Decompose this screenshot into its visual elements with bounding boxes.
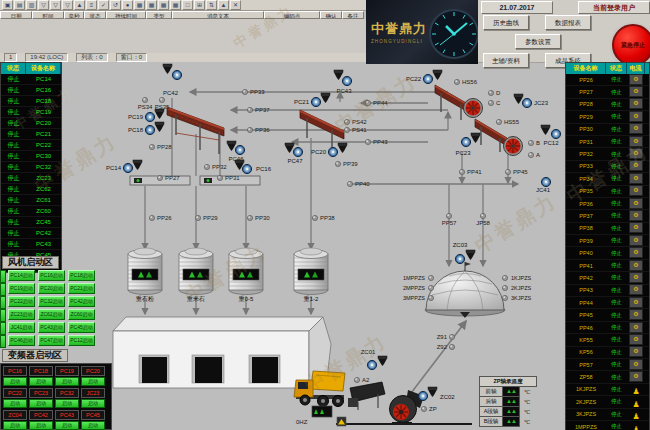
toolbar-icon[interactable]: ▦	[158, 0, 169, 10]
fan-start-button[interactable]: PC47启动	[38, 335, 65, 346]
alarm-column-header[interactable]: 持续时间	[106, 11, 146, 19]
equipment-PC21[interactable]: PC21	[294, 93, 330, 107]
vibrating-feeder[interactable]	[348, 382, 385, 410]
fan-start-button[interactable]: ZC62启动	[38, 309, 65, 320]
toolbar-icon[interactable]: ✓	[98, 0, 109, 10]
equipment-PC18[interactable]: PC18	[128, 122, 164, 135]
device-row[interactable]: 停止 ZC45	[1, 217, 61, 228]
device-row[interactable]: 停止 ZC60	[1, 206, 61, 217]
device-row[interactable]: 停止 PC21	[1, 129, 61, 140]
silo-1[interactable]: 重石粉	[128, 248, 162, 303]
alarm-column-header[interactable]: 确认	[320, 11, 342, 19]
crusher-fan[interactable]	[504, 137, 523, 156]
alarm-column-header[interactable]: 时间	[32, 11, 64, 19]
fan-start-button[interactable]: ZC23启动	[8, 309, 35, 320]
start-button-clipped[interactable]	[0, 335, 6, 348]
start-button-clipped[interactable]	[0, 322, 6, 335]
fan-start-button[interactable]: PC16启动	[38, 270, 65, 281]
equipment-PC16[interactable]: PC16	[235, 160, 272, 174]
vfd-start-button[interactable]: 启动	[29, 421, 53, 430]
dome-stockpile[interactable]	[425, 262, 505, 318]
device-row[interactable]: 停止 ZC61	[1, 195, 61, 206]
conveyor-2[interactable]	[300, 110, 344, 152]
vfd-start-button[interactable]: 启动	[81, 399, 105, 409]
equipment-PC12[interactable]: PC12	[541, 125, 561, 146]
vfd-start-button[interactable]: 启动	[55, 377, 79, 387]
parameter-settings-button[interactable]: 参数设置	[515, 34, 561, 49]
fan-start-button[interactable]: PC46启动	[8, 335, 35, 346]
vfd-start-button[interactable]: 启动	[55, 399, 79, 409]
fan-start-button[interactable]: JC41启动	[8, 322, 35, 333]
fan-start-button[interactable]: PC32启动	[38, 296, 65, 307]
device-row[interactable]: 停止 ZC23	[1, 173, 61, 184]
data-report-button[interactable]: 数据报表	[545, 15, 591, 30]
device-row[interactable]: 停止 PC19	[1, 107, 61, 118]
fan-start-button[interactable]: PC14启动	[8, 270, 35, 281]
equipment-PC43[interactable]: PC43	[334, 70, 352, 94]
equipment-PC42[interactable]: PC42	[163, 64, 182, 96]
device-row[interactable]: 停止 PC43	[1, 239, 61, 250]
toolbar-icon[interactable]: ≡	[86, 0, 97, 10]
alarm-column-header[interactable]: 日期	[0, 11, 32, 19]
device-row[interactable]: 停止 PC18	[1, 96, 61, 107]
equipment-ZC01[interactable]: ZC01	[361, 349, 387, 370]
vfd-start-button[interactable]: 启动	[3, 399, 27, 409]
fan-start-button[interactable]: PC43启动	[38, 322, 65, 333]
start-button-clipped[interactable]	[0, 296, 6, 309]
vfd-start-button[interactable]: 启动	[29, 377, 53, 387]
toolbar-icon[interactable]: ▣	[2, 0, 13, 10]
device-row[interactable]: 停止 PC20	[1, 118, 61, 129]
toolbar-icon[interactable]: □	[182, 0, 193, 10]
equipment-PC14[interactable]: PC14	[106, 160, 142, 173]
device-row[interactable]: 停止 PC14	[1, 74, 61, 85]
alarm-column-header[interactable]: 类型	[146, 11, 172, 19]
alarm-column-header[interactable]: 编码点	[264, 11, 320, 19]
start-button-clipped[interactable]	[0, 309, 6, 322]
toolbar-icon[interactable]: ▲	[218, 0, 229, 10]
device-row[interactable]: 停止 PC16	[1, 85, 61, 96]
toolbar-icon[interactable]: ▥	[26, 0, 37, 10]
equipment-PC46[interactable]: PC46	[227, 141, 245, 162]
fan-start-button[interactable]: PC12启动	[68, 335, 95, 346]
alarm-list-area[interactable]	[0, 19, 366, 54]
device-row[interactable]: 停止 PC32	[1, 162, 61, 173]
toolbar-icon[interactable]: ▦	[170, 0, 181, 10]
vfd-start-button[interactable]: 启动	[3, 421, 27, 430]
start-button-clipped[interactable]	[0, 270, 6, 283]
equipment-JC41[interactable]: JC41	[536, 177, 551, 193]
device-row[interactable]: 停止 ZC62	[1, 184, 61, 195]
fan-start-button[interactable]: PC22启动	[8, 296, 35, 307]
fan-start-button[interactable]: PC19启动	[8, 283, 35, 294]
current-indicator[interactable]: ⚙ ♟	[627, 418, 645, 430]
equipment-ZC02[interactable]: ZC02	[418, 387, 455, 401]
equipment-PC47[interactable]: PC47	[285, 143, 303, 164]
equipment-JC23[interactable]: JC23	[514, 94, 549, 108]
main-aux-data-button[interactable]: 主辅/资料	[483, 53, 529, 68]
toolbar-icon[interactable]: ↺	[110, 0, 121, 10]
silo-2[interactable]: 重米石	[179, 248, 213, 303]
toolbar-icon[interactable]: ●	[122, 0, 133, 10]
history-curve-button[interactable]: 历史曲线	[483, 15, 529, 30]
vfd-start-button[interactable]: 启动	[55, 421, 79, 430]
toolbar-icon[interactable]: ⊞	[194, 0, 205, 10]
fan-start-button[interactable]: PC20启动	[38, 283, 65, 294]
toolbar-icon[interactable]: ⇅	[206, 0, 217, 10]
equipment-PC19[interactable]: PC19	[128, 109, 164, 122]
emergency-stop-button[interactable]: 紧急停止	[612, 24, 650, 66]
toolbar-icon[interactable]: ▽	[50, 0, 61, 10]
toolbar-icon[interactable]: ▽	[38, 0, 49, 10]
alarm-column-header[interactable]: 消息文本	[172, 11, 264, 19]
toolbar-icon[interactable]: ▦	[134, 0, 145, 10]
toolbar-icon[interactable]: ▲	[74, 0, 85, 10]
fan-start-button[interactable]: PC45启动	[68, 322, 95, 333]
toolbar-icon[interactable]: ▤	[14, 0, 25, 10]
vfd-start-button[interactable]: 启动	[3, 377, 27, 387]
fan-start-button[interactable]: PC42启动	[68, 296, 95, 307]
start-button-clipped[interactable]	[0, 283, 6, 296]
alarm-column-header[interactable]: 状态	[84, 11, 106, 19]
equipment-PC23[interactable]: PC23	[455, 133, 480, 156]
device-row[interactable]: 停止 PC30	[1, 151, 61, 162]
toolbar-icon[interactable]: ✕	[230, 0, 241, 10]
device-row[interactable]: 1MPPZS 停止 ⚙ ♟	[566, 421, 649, 430]
alarm-column-header[interactable]: 备注	[342, 11, 364, 19]
